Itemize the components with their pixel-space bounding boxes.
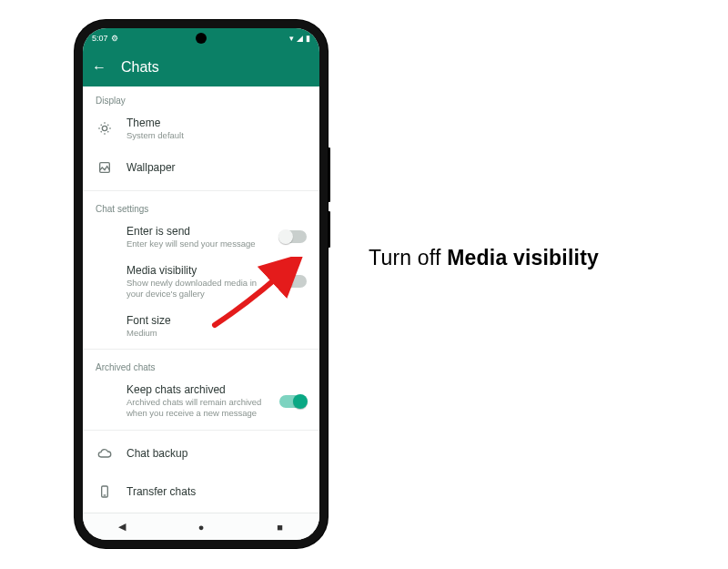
row-subtitle: Archived chats will remain archived when… [126,397,267,419]
nav-back[interactable]: ◀ [116,521,128,533]
page-title: Chats [121,59,159,76]
back-button[interactable]: ← [92,59,106,76]
toggle-media-visibility[interactable] [279,275,307,288]
row-title: Keep chats archived [126,383,267,396]
row-subtitle: Enter key will send your message [126,239,267,249]
row-subtitle: Show newly downloaded media in your devi… [126,278,267,300]
phone-screen: 5:07 ⚙ ▾ ◢ ▮ ← Chats Display Theme [83,28,319,540]
instruction-caption: Turn off Media visibility [369,246,599,270]
svg-point-0 [102,127,106,131]
row-title: Transfer chats [126,485,307,498]
row-title: Theme [126,117,307,129]
row-title: Wallpaper [126,161,307,174]
section-label-display: Display [83,86,319,109]
toggle-enter-is-send[interactable] [279,230,307,243]
row-title: Enter is send [126,225,267,238]
row-subtitle: System default [126,130,307,141]
row-chat-backup[interactable]: Chat backup [83,434,319,472]
nav-home[interactable]: ● [195,522,207,533]
row-theme[interactable]: Theme System default [83,109,319,148]
signal-icon: ◢ [297,34,303,43]
caption-bold: Media visibility [447,246,599,269]
divider [83,349,319,350]
wallpaper-icon [96,160,114,175]
theme-icon [96,121,114,136]
phone-transfer-icon [96,484,114,499]
section-label-chat-settings: Chat settings [83,195,319,218]
row-enter-is-send[interactable]: Enter is send Enter key will send your m… [83,218,319,257]
row-wallpaper[interactable]: Wallpaper [83,148,319,187]
battery-icon: ▮ [306,34,310,43]
front-camera-hole [196,33,207,44]
divider [83,190,319,191]
row-title: Media visibility [126,264,267,277]
row-title: Font size [126,314,307,327]
android-nav-bar: ◀ ● ■ [83,513,319,540]
divider [83,430,319,431]
nav-recent[interactable]: ■ [274,522,287,533]
row-transfer-chats[interactable]: Transfer chats [83,472,319,511]
phone-frame: 5:07 ⚙ ▾ ◢ ▮ ← Chats Display Theme [75,20,328,548]
cloud-icon [96,446,114,461]
phone-side-button [328,147,330,202]
settings-list: Display Theme System default Wallpaper [83,86,319,513]
row-subtitle: Medium [126,328,307,339]
row-font-size[interactable]: Font size Medium [83,307,319,346]
phone-side-button [328,211,330,248]
wifi-icon: ▾ [289,34,294,43]
row-keep-archived[interactable]: Keep chats archived Archived chats will … [83,376,319,426]
caption-pre: Turn off [369,246,447,269]
status-icon: ⚙ [111,34,118,43]
row-media-visibility[interactable]: Media visibility Show newly downloaded m… [83,257,319,307]
toggle-keep-archived[interactable] [279,395,307,408]
row-title: Chat backup [126,447,307,460]
status-time: 5:07 [92,34,108,43]
section-label-archived: Archived chats [83,353,319,376]
app-bar: ← Chats [83,48,319,86]
